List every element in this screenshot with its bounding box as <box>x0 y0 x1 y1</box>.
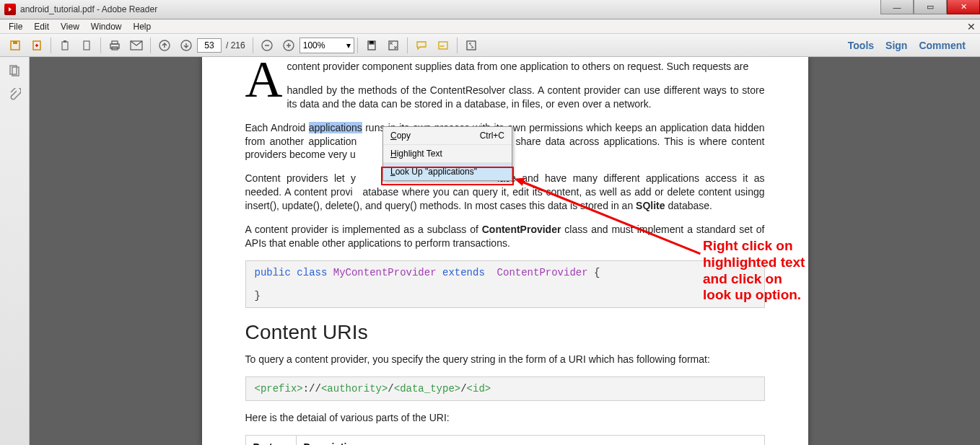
paragraph-text: handled by the methods of the ContentRes… <box>245 84 765 111</box>
context-look-up[interactable]: Look Up "applications" <box>383 162 512 180</box>
page-icon[interactable] <box>76 36 97 55</box>
attachments-tab-icon[interactable] <box>6 87 22 103</box>
context-copy[interactable]: Copy Ctrl+C <box>383 127 512 144</box>
window-title: android_tutorial.pdf - Adobe Reader <box>20 4 157 14</box>
convert-pdf-icon[interactable] <box>27 36 47 55</box>
code-block: public class MyContentProvider extends C… <box>245 260 765 308</box>
zoom-select[interactable]: 100%▾ <box>299 38 354 53</box>
paragraph-text: Here is the detaial of various parts of … <box>245 411 765 425</box>
current-page-input[interactable] <box>197 38 222 53</box>
close-button[interactable]: ✕ <box>947 0 980 14</box>
comment-icon[interactable] <box>411 36 432 55</box>
drop-cap: A <box>245 57 283 102</box>
svg-rect-3 <box>62 42 68 50</box>
context-highlight-text[interactable]: Highlight Text <box>383 144 512 162</box>
minimize-button[interactable]: — <box>880 0 914 14</box>
menu-help[interactable]: Help <box>128 20 157 33</box>
paragraph-text: To query a content provider, you specify… <box>245 353 765 366</box>
email-icon[interactable] <box>126 36 146 55</box>
paragraph-text: content provider component supplies data… <box>245 57 765 74</box>
svg-rect-7 <box>112 41 118 44</box>
menu-window[interactable]: Window <box>85 20 128 33</box>
window-titlebar: android_tutorial.pdf - Adobe Reader — ▭ … <box>0 0 980 19</box>
annotation-text: Right click on highlighted text and clic… <box>703 238 805 304</box>
prev-page-icon[interactable] <box>154 36 175 55</box>
next-page-icon[interactable] <box>176 36 196 55</box>
maximize-button[interactable]: ▭ <box>914 0 947 14</box>
print-icon[interactable] <box>105 36 125 55</box>
toolbar: / 216 100%▾ Tools Sign Comment <box>0 34 980 57</box>
workspace: A content provider component supplies da… <box>0 57 980 445</box>
app-icon <box>4 4 16 15</box>
menu-view[interactable]: View <box>55 20 85 33</box>
comment-action[interactable]: Comment <box>919 40 966 51</box>
sign-icon[interactable] <box>433 36 453 55</box>
document-area[interactable]: A content provider component supplies da… <box>30 57 980 445</box>
side-panel <box>0 57 30 445</box>
uri-table: Part Description prefix This is always s… <box>245 435 765 445</box>
section-heading: Content URIs <box>245 321 765 344</box>
zoom-out-icon[interactable] <box>257 36 277 55</box>
clipboard-icon[interactable] <box>55 36 75 55</box>
thumbnails-tab-icon[interactable] <box>6 63 22 79</box>
page-count-label: / 216 <box>226 40 245 50</box>
read-mode-icon[interactable] <box>461 36 481 55</box>
svg-rect-15 <box>389 41 398 50</box>
chevron-down-icon: ▾ <box>346 40 351 50</box>
highlighted-selection[interactable]: applications <box>309 122 362 133</box>
save-copy-icon[interactable] <box>362 36 382 55</box>
table-header: Description <box>296 435 764 445</box>
fit-page-icon[interactable] <box>383 36 403 55</box>
zoom-in-icon[interactable] <box>279 36 299 55</box>
svg-rect-4 <box>64 40 66 43</box>
paragraph-text: A content provider is implemented as a s… <box>245 223 765 250</box>
sign-action[interactable]: Sign <box>885 40 907 51</box>
menu-edit[interactable]: Edit <box>28 20 55 33</box>
svg-rect-1 <box>13 41 17 44</box>
menubar: File Edit View Window Help <box>0 19 980 34</box>
menu-file[interactable]: File <box>3 20 28 33</box>
context-menu: Copy Ctrl+C Highlight Text Look Up "appl… <box>382 126 512 181</box>
tools-action[interactable]: Tools <box>848 40 874 51</box>
svg-rect-16 <box>439 42 447 49</box>
svg-rect-5 <box>84 41 89 50</box>
table-header: Part <box>245 435 296 445</box>
save-icon[interactable] <box>5 36 25 55</box>
code-block: <prefix>://<authority>/<data_type>/<id> <box>245 376 765 401</box>
shortcut-label: Ctrl+C <box>480 131 504 141</box>
secondary-close-icon[interactable]: ✕ <box>967 21 976 32</box>
